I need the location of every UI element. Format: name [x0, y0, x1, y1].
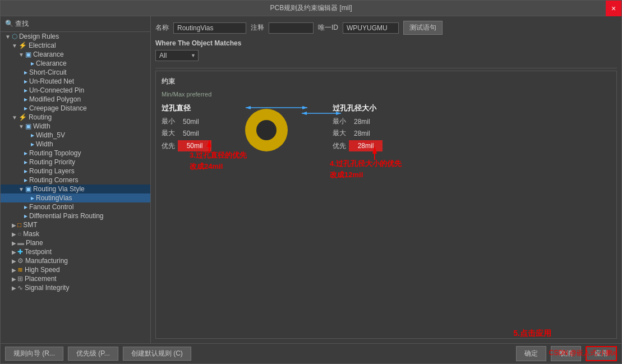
where-select-wrapper[interactable]: All Net NetClass Layer Custom — [155, 50, 199, 61]
tree-item-creepage[interactable]: ▸ Creepage Distance — [1, 104, 150, 113]
bottom-right-buttons: 确定 取消 应用 — [516, 346, 617, 361]
search-bar: 🔍 查找 — [1, 16, 150, 32]
test-button[interactable]: 测试语句 — [403, 21, 443, 35]
tree-item-high-speed[interactable]: ▶ ≋ High Speed — [1, 265, 150, 274]
via-hole-min-row: 最小 28mil — [333, 117, 383, 126]
priority-button[interactable]: 优先级 (P... — [68, 347, 118, 361]
tree-item-routing-layers[interactable]: ▸ Routing Layers — [1, 167, 150, 176]
via-hole-priority-row: 优先 — [333, 140, 383, 151]
name-label: 名称 — [155, 23, 169, 33]
annotation-1: 3.过孔直径的优先 改成24mil — [190, 150, 247, 172]
apply-button[interactable]: 应用 — [586, 346, 617, 361]
tree-item-width[interactable]: ▸ Width — [1, 140, 150, 149]
main-content: 🔍 查找 ▼ ⬡ Design Rules ▼ ⚡ Electrical ▼ — [1, 16, 621, 343]
title-bar: PCB规则及约束编辑器 [mil] × — [1, 1, 621, 16]
annotation-2: 4.过孔孔径大小的优先 改成12mil — [330, 158, 402, 180]
via-hole-priority-input[interactable] — [349, 140, 383, 151]
tree-item-un-connected-pin[interactable]: ▸ Un-Connected Pin — [1, 86, 150, 95]
tree-item-routing-via-style[interactable]: ▼ ▣ Routing Via Style — [1, 185, 150, 193]
via-diameter-max-row: 最大 50mil — [162, 128, 211, 138]
via-hole-priority-label: 优先 — [333, 141, 346, 151]
uid-label: 唯一ID — [318, 23, 338, 33]
search-label: 🔍 查找 — [5, 19, 29, 29]
tree-item-clearance[interactable]: ▸ Clearance — [1, 59, 150, 68]
via-diameter-max-label: 最大 — [162, 128, 177, 138]
tree-item-routing-vias[interactable]: ▸ RoutingVias — [1, 193, 150, 202]
via-visual-container — [245, 109, 288, 151]
via-diameter-max-value: 50mil — [183, 130, 211, 137]
bottom-bar: 规则向导 (R... 优先级 (P... 创建默认规则 (C) 确定 取消 应用 — [1, 343, 621, 363]
tree-item-electrical[interactable]: ▼ ⚡ Electrical — [1, 41, 150, 50]
via-diameter-min-row: 最小 50mil — [162, 117, 211, 126]
via-diameter-section: 过孔直径 最小 50mil 最大 50mil 优先 — [162, 103, 211, 151]
via-hole-min-label: 最小 — [333, 117, 348, 126]
name-input[interactable] — [173, 22, 246, 34]
uid-input[interactable] — [343, 22, 399, 34]
tree-item-manufacturing[interactable]: ▶ ⚙ Manufacturing — [1, 256, 150, 265]
cancel-button[interactable]: 取消 — [551, 346, 581, 361]
tree-item-plane[interactable]: ▶ ▬ Plane — [1, 238, 150, 247]
via-hole-section: 过孔孔径大小 最小 28mil 最大 28mil 优先 — [333, 103, 383, 151]
tree-item-mask[interactable]: ▶ ○ Mask — [1, 229, 150, 238]
via-diameter-priority-input[interactable] — [178, 140, 211, 151]
ok-button[interactable]: 确定 — [516, 346, 546, 361]
tree-item-signal-integrity[interactable]: ▶ ∿ Signal Integrity — [1, 283, 150, 292]
right-panel: 名称 注释 唯一ID 测试语句 Where The Object Matches… — [151, 16, 621, 343]
tree-item-width-folder[interactable]: ▼ ▣ Width — [1, 122, 150, 131]
tree-item-smt[interactable]: ▶ □ SMT — [1, 220, 150, 229]
tree-item-routing-priority[interactable]: ▸ Routing Priority — [1, 158, 150, 167]
tree-area: ▼ ⬡ Design Rules ▼ ⚡ Electrical ▼ ▣ Clea… — [1, 32, 150, 343]
left-panel: 🔍 查找 ▼ ⬡ Design Rules ▼ ⚡ Electrical ▼ — [1, 16, 151, 343]
via-diameter-priority-row: 优先 — [162, 140, 211, 151]
via-hole-max-row: 最大 28mil — [333, 128, 383, 138]
constraint-title: 约束 — [162, 77, 611, 86]
tree-item-clearance-folder[interactable]: ▼ ▣ Clearance — [1, 50, 150, 59]
create-default-button[interactable]: 创建默认规则 (C) — [123, 347, 191, 361]
comment-label: 注释 — [251, 23, 264, 33]
where-section: Where The Object Matches All Net NetClas… — [155, 39, 617, 61]
min-max-label: Min/Max preferred — [162, 91, 611, 98]
via-hole-max-value: 28mil — [354, 130, 382, 137]
via-hole-min-value: 28mil — [354, 118, 382, 126]
constraint-section: 约束 Min/Max preferred 过孔直径 最小 50mil 最大 50… — [155, 71, 617, 339]
rules-wizard-button[interactable]: 规则向导 (R... — [5, 347, 63, 361]
tree-item-fanout[interactable]: ▸ Fanout Control — [1, 202, 150, 211]
tree-item-short-circuit[interactable]: ▸ Short-Circuit — [1, 68, 150, 77]
via-outer-ring — [245, 109, 288, 151]
tree-item-routing[interactable]: ▼ ⚡ Routing — [1, 113, 150, 122]
where-title: Where The Object Matches — [155, 39, 617, 47]
close-button[interactable]: × — [606, 1, 621, 16]
via-hole-max-label: 最大 — [333, 128, 348, 138]
tree-item-placement[interactable]: ▶ ⊞ Placement — [1, 274, 150, 283]
window-title: PCB规则及约束编辑器 [mil] — [270, 3, 352, 13]
tree-item-testpoint[interactable]: ▶ ✚ Testpoint — [1, 247, 150, 256]
tree-item-routing-topology[interactable]: ▸ Routing Topology — [1, 149, 150, 158]
via-hole-title: 过孔孔径大小 — [333, 103, 383, 113]
tree-item-routing-corners[interactable]: ▸ Routing Corners — [1, 176, 150, 185]
where-select[interactable]: All Net NetClass Layer Custom — [155, 50, 199, 61]
tree-item-diff-pairs[interactable]: ▸ Differential Pairs Routing — [1, 211, 150, 220]
tree-item-modified-polygon[interactable]: ▸ Modified Polygon — [1, 95, 150, 104]
via-diameter-title: 过孔直径 — [162, 103, 211, 113]
tree-item-design-rules[interactable]: ▼ ⬡ Design Rules — [1, 32, 150, 41]
tree-item-width5v[interactable]: ▸ Width_5V — [1, 131, 150, 140]
comment-input[interactable] — [269, 22, 314, 34]
tree-item-un-routed-net[interactable]: ▸ Un-Routed Net — [1, 77, 150, 86]
via-inner-hole — [256, 120, 277, 140]
bottom-left-buttons: 规则向导 (R... 优先级 (P... 创建默认规则 (C) — [5, 347, 191, 361]
rule-header: 名称 注释 唯一ID 测试语句 — [155, 21, 617, 35]
main-window: PCB规则及约束编辑器 [mil] × 🔍 查找 ▼ ⬡ Design Rule… — [0, 0, 622, 364]
via-diameter-priority-label: 优先 — [162, 141, 175, 151]
via-diameter-min-label: 最小 — [162, 117, 177, 126]
via-diameter-min-value: 50mil — [183, 118, 211, 126]
